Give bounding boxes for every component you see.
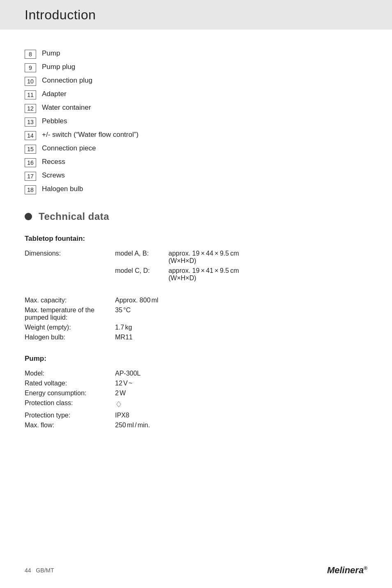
list-item: 14+/- switch (“Water flow control”) [25,131,367,140]
item-label: Water container [42,104,91,112]
brand-logo: Melinera® [327,565,367,576]
item-number: 17 [25,172,36,181]
main-content: 8Pump9Pump plug10Connection plug11Adapte… [25,49,367,430]
spec-value: 35 °C [115,305,367,323]
item-number: 8 [25,50,36,59]
table-row: Protection class:♢ [25,398,367,410]
item-number: 12 [25,104,36,113]
item-number: 9 [25,63,36,72]
list-item: 18Halogen bulb [25,185,367,194]
spec-value: 250 ml / min. [115,420,367,430]
item-number: 14 [25,131,36,140]
table-row: Weight (empty):1.7 kg [25,323,367,332]
tabletop-dimensions-table: Dimensions: model A, B: approx. 19 × 44 … [25,249,367,283]
list-item: 15Connection piece [25,144,367,154]
spec-label: Weight (empty): [25,323,115,332]
table-row: Protection type:IPX8 [25,410,367,420]
spec-label: Halogen bulb: [25,332,115,342]
page-title: Introduction [25,7,96,23]
section-bullet-icon [25,213,32,220]
numbered-list: 8Pump9Pump plug10Connection plug11Adapte… [25,49,367,194]
spec-label: Rated voltage: [25,378,115,388]
item-label: Pump plug [42,63,75,71]
dim-value-b: approx. 19 × 41 × 9.5 cm (W×H×D) [168,266,367,283]
list-item: 10Connection plug [25,76,367,86]
item-label: Halogen bulb [42,185,83,193]
list-item: 16Recess [25,158,367,167]
spec-label: Max. temperature of the pumped liquid: [25,305,115,323]
spec-label: Max. flow: [25,420,115,430]
dim-model-b: model C, D: [115,266,168,283]
list-item: 9Pump plug [25,63,367,72]
table-row: Energy consumption:2 W [25,388,367,398]
pump-specs-table: Model:AP-300LRated voltage:12 V ~Energy … [25,369,367,430]
item-number: 15 [25,145,36,154]
pump-subsection: Pump: Model:AP-300LRated voltage:12 V ~E… [25,355,367,430]
dim-label: Dimensions: [25,249,115,266]
top-bar: Introduction [0,0,392,30]
dim-value-a: approx. 19 × 44 × 9.5 cm (W×H×D) [168,249,367,266]
spec-value: AP-300L [115,369,367,378]
table-row: Rated voltage:12 V ~ [25,378,367,388]
page: Introduction 8Pump9Pump plug10Connection… [0,0,392,588]
spec-value: 2 W [115,388,367,398]
item-label: Connection piece [42,144,96,152]
spec-label: Energy consumption: [25,388,115,398]
table-row: Max. capacity:Approx. 800 ml [25,295,367,305]
table-row: Max. flow:250 ml / min. [25,420,367,430]
list-item: 11Adapter [25,90,367,99]
spec-label: Model: [25,369,115,378]
table-row: model C, D: approx. 19 × 41 × 9.5 cm (W×… [25,266,367,283]
item-number: 16 [25,158,36,167]
spec-value: MR11 [115,332,367,342]
section-title: Technical data [39,211,109,222]
item-label: Screws [42,171,65,180]
table-row: Model:AP-300L [25,369,367,378]
list-item: 13Pebbles [25,117,367,127]
item-number: 11 [25,90,36,99]
section-header: Technical data [25,211,367,222]
item-label: Adapter [42,90,67,98]
pump-title: Pump: [25,355,367,363]
tabletop-subsection: Tabletop fountain: Dimensions: model A, … [25,235,367,342]
dim-empty [25,266,115,283]
list-item: 17Screws [25,171,367,181]
item-label: Recess [42,158,65,166]
list-item: 8Pump [25,49,367,59]
spec-value: IPX8 [115,410,367,420]
item-label: Pump [42,49,60,58]
tabletop-specs-table: Max. capacity:Approx. 800 mlMax. tempera… [25,295,367,342]
footer: 44 GB/MT Melinera® [0,565,392,576]
table-row: Halogen bulb:MR11 [25,332,367,342]
tabletop-title: Tabletop fountain: [25,235,367,243]
spec-value: ♢ [115,398,367,410]
spec-value: 12 V ~ [115,378,367,388]
protection-class-symbol: ♢ [115,400,122,409]
item-number: 10 [25,77,36,86]
spec-value: 1.7 kg [115,323,367,332]
item-label: +/- switch (“Water flow control”) [42,131,138,139]
table-row: Max. temperature of the pumped liquid:35… [25,305,367,323]
item-label: Connection plug [42,76,92,85]
list-item: 12Water container [25,104,367,113]
spec-label: Max. capacity: [25,295,115,305]
spec-label: Protection class: [25,398,115,410]
footer-page-number: 44 GB/MT [25,567,54,574]
item-number: 18 [25,185,36,194]
table-row: Dimensions: model A, B: approx. 19 × 44 … [25,249,367,266]
dim-model-a: model A, B: [115,249,168,266]
spec-value: Approx. 800 ml [115,295,367,305]
item-number: 13 [25,118,36,127]
item-label: Pebbles [42,117,67,125]
spec-label: Protection type: [25,410,115,420]
